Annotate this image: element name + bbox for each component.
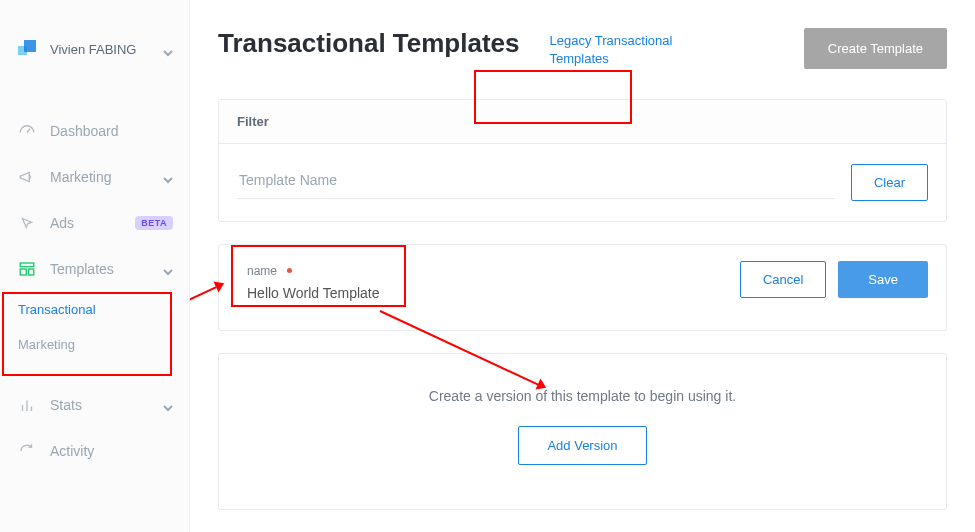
sidebar-item-label: Ads — [50, 215, 129, 231]
add-version-text: Create a version of this template to beg… — [237, 388, 928, 404]
sidebar-item-label: Activity — [50, 443, 173, 459]
svg-rect-1 — [20, 263, 34, 267]
chevron-down-icon — [163, 172, 173, 182]
gauge-icon — [18, 122, 36, 140]
filter-panel-body: Clear — [219, 144, 946, 221]
sidebar-item-templates[interactable]: Templates — [0, 246, 189, 292]
filter-panel-header: Filter — [219, 100, 946, 144]
chevron-down-icon — [163, 44, 173, 54]
add-version-button[interactable]: Add Version — [518, 426, 646, 465]
sidebar-item-label: Marketing — [50, 169, 163, 185]
template-name-label: name — [247, 264, 277, 278]
megaphone-icon — [18, 168, 36, 186]
sidebar-subitem-label: Transactional — [18, 302, 96, 317]
sidebar-item-label: Stats — [50, 397, 163, 413]
layout-icon — [18, 260, 36, 278]
chevron-down-icon — [163, 400, 173, 410]
account-switcher[interactable]: Vivien FABING — [0, 30, 189, 68]
clear-filter-button[interactable]: Clear — [851, 164, 928, 201]
sidebar-item-stats[interactable]: Stats — [0, 382, 189, 428]
beta-badge: BETA — [135, 216, 173, 230]
template-name-panel: name Cancel Save — [218, 244, 947, 331]
legacy-templates-link[interactable]: Legacy Transactional Templates — [550, 32, 700, 67]
template-name-filter-input[interactable] — [237, 166, 835, 199]
main-content: Transactional Templates Legacy Transacti… — [190, 0, 975, 532]
save-button[interactable]: Save — [838, 261, 928, 298]
template-name-label-row: name — [247, 261, 387, 279]
sidebar-item-label: Templates — [50, 261, 163, 277]
sidebar-subitem-marketing[interactable]: Marketing — [0, 327, 189, 362]
svg-rect-3 — [29, 269, 34, 275]
sidebar-subitem-transactional[interactable]: Transactional — [0, 292, 189, 327]
create-template-button[interactable]: Create Template — [804, 28, 947, 69]
sidebar-item-dashboard[interactable]: Dashboard — [0, 108, 189, 154]
account-name: Vivien FABING — [50, 42, 163, 57]
sidebar: Vivien FABING Dashboard Marketing Ads BE… — [0, 0, 190, 532]
sidebar-item-activity[interactable]: Activity — [0, 428, 189, 474]
brand-logo-icon — [18, 40, 36, 58]
required-indicator-icon — [287, 268, 292, 273]
filter-panel: Filter Clear — [218, 99, 947, 222]
chevron-down-icon — [163, 264, 173, 274]
cancel-button[interactable]: Cancel — [740, 261, 826, 298]
svg-line-0 — [27, 129, 30, 133]
template-name-actions: Cancel Save — [740, 255, 928, 298]
bar-chart-icon — [18, 396, 36, 414]
sidebar-subitem-label: Marketing — [18, 337, 75, 352]
template-name-input[interactable] — [247, 279, 387, 301]
template-name-field: name — [237, 255, 397, 310]
sidebar-item-marketing[interactable]: Marketing — [0, 154, 189, 200]
svg-rect-2 — [20, 269, 26, 275]
cursor-click-icon — [18, 214, 36, 232]
annotation-arrow-line — [190, 286, 217, 305]
page-title: Transactional Templates — [218, 28, 520, 59]
sidebar-item-ads[interactable]: Ads BETA — [0, 200, 189, 246]
sidebar-item-label: Dashboard — [50, 123, 173, 139]
add-version-panel: Create a version of this template to beg… — [218, 353, 947, 510]
refresh-icon — [18, 442, 36, 460]
page-header: Transactional Templates Legacy Transacti… — [218, 28, 947, 69]
